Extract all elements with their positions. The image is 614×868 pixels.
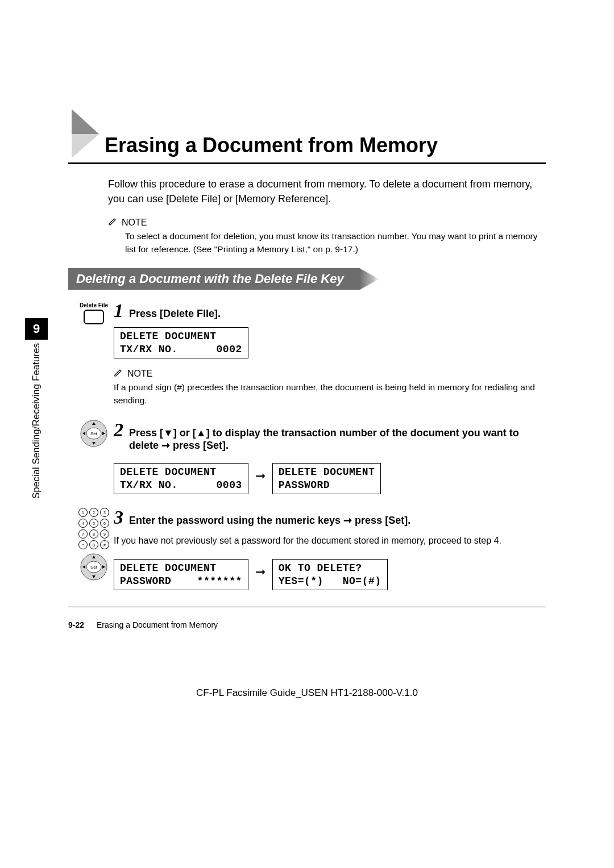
note-label: NOTE [127, 369, 152, 379]
key-star: * [78, 540, 88, 549]
arrow-right-icon: ➞ [255, 469, 265, 483]
svg-text:Set: Set [90, 431, 98, 436]
lcd-display: DELETE DOCUMENT TX/RX NO. 0002 [114, 327, 248, 358]
svg-marker-2 [72, 134, 99, 158]
set-nav-key-icon: Set [80, 419, 108, 448]
title-rule [68, 162, 546, 164]
footer-line: 9-22 Erasing a Document from Memory [68, 620, 218, 629]
section-heading: Deleting a Document with the Delete File… [68, 268, 360, 290]
title-arrow-icon [68, 108, 102, 159]
delete-file-key-icon: Delete File [80, 302, 108, 324]
page-title: Erasing a Document from Memory [105, 134, 438, 159]
document-metadata: CF-PL Facsimile Guide_USEN HT1-2188-000-… [0, 687, 614, 699]
chapter-label: Special Sending/Receiving Features [31, 340, 42, 499]
key-5: 5 [89, 519, 98, 528]
key-7: 7 [78, 529, 88, 539]
step-2: Set 2 Press [▼] or [▲] to display the tr… [74, 419, 546, 494]
key-3: 3 [100, 508, 109, 517]
step-number: 3 [114, 507, 123, 528]
chapter-number: 9 [25, 318, 48, 340]
svg-marker-1 [72, 109, 99, 134]
footer-rule [68, 607, 546, 607]
key-2: 2 [89, 508, 98, 517]
svg-text:Set: Set [90, 565, 98, 570]
delete-file-key-label: Delete File [80, 302, 108, 308]
key-hash: # [100, 540, 109, 549]
step-detail: If you have not previously set a passwor… [114, 534, 546, 548]
note-label: NOTE [122, 218, 147, 228]
lcd-display: DELETE DOCUMENT PASSWORD [272, 463, 381, 494]
key-6: 6 [100, 519, 109, 528]
note-icon [108, 218, 118, 228]
key-9: 9 [100, 529, 109, 539]
step-number: 1 [114, 300, 123, 322]
footer-title: Erasing a Document from Memory [97, 620, 218, 629]
note-block-1: NOTE To select a document for deletion, … [108, 218, 546, 256]
arrow-right-icon: ➞ [255, 565, 265, 579]
note-icon [114, 369, 124, 379]
step-3: 1 2 3 4 5 6 7 8 9 * 0 # Set [74, 507, 546, 590]
chapter-side-tab: Special Sending/Receiving Features 9 [25, 318, 48, 499]
lcd-display: DELETE DOCUMENT PASSWORD ******* [114, 559, 248, 590]
lcd-display: OK TO DELETE? YES=(*) NO=(#) [272, 559, 388, 590]
key-1: 1 [78, 508, 88, 517]
step-1: Delete File 1 Press [Delete File]. DELET… [74, 300, 546, 407]
step-title: Press [▼] or [▲] to display the transact… [129, 427, 546, 452]
lcd-display: DELETE DOCUMENT TX/RX NO. 0003 [114, 463, 248, 494]
key-8: 8 [89, 529, 98, 539]
step-number: 2 [114, 419, 123, 441]
set-nav-key-icon: Set [80, 553, 108, 581]
note-text: If a pound sign (#) precedes the transac… [114, 381, 546, 407]
key-0: 0 [89, 540, 98, 549]
step-title: Press [Delete File]. [129, 308, 221, 320]
note-text: To select a document for deletion, you m… [125, 230, 546, 256]
key-4: 4 [78, 519, 88, 528]
numeric-keypad-icon: 1 2 3 4 5 6 7 8 9 * 0 # [78, 508, 109, 549]
intro-paragraph: Follow this procedure to erase a documen… [108, 177, 546, 206]
page-title-row: Erasing a Document from Memory [68, 108, 546, 159]
step-title: Enter the password using the numeric key… [129, 514, 410, 527]
page-number: 9-22 [68, 620, 84, 629]
